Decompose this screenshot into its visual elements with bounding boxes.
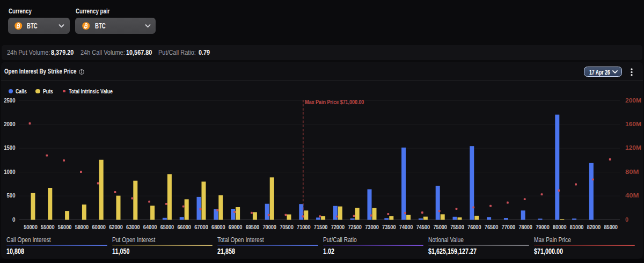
svg-text:120M: 120M (625, 145, 641, 151)
svg-text:80000: 80000 (553, 224, 567, 230)
svg-text:73000: 73000 (365, 224, 379, 230)
svg-text:70500: 70500 (280, 224, 294, 230)
svg-text:56000: 56000 (58, 224, 72, 230)
svg-text:40M: 40M (625, 193, 639, 199)
svg-text:75000: 75000 (433, 224, 447, 230)
svg-text:63000: 63000 (126, 224, 140, 230)
svg-text:75500: 75500 (450, 224, 464, 230)
svg-text:66000: 66000 (177, 224, 191, 230)
svg-text:82000: 82000 (587, 224, 601, 230)
svg-text:1500: 1500 (4, 145, 16, 151)
svg-text:2000: 2000 (4, 121, 16, 127)
svg-text:74500: 74500 (416, 224, 430, 230)
svg-text:500: 500 (7, 193, 16, 199)
svg-text:50000: 50000 (24, 224, 38, 230)
svg-text:78000: 78000 (518, 224, 532, 230)
svg-text:2500: 2500 (4, 98, 16, 104)
svg-text:70000: 70000 (262, 224, 276, 230)
svg-text:67000: 67000 (194, 224, 208, 230)
svg-text:72500: 72500 (348, 224, 362, 230)
svg-text:65000: 65000 (160, 224, 174, 230)
svg-text:60000: 60000 (92, 224, 106, 230)
svg-text:200M: 200M (625, 98, 641, 104)
svg-text:Max Pain Price $71,000.00: Max Pain Price $71,000.00 (305, 99, 364, 105)
svg-text:55000: 55000 (41, 224, 55, 230)
svg-text:58000: 58000 (75, 224, 89, 230)
svg-text:72000: 72000 (331, 224, 345, 230)
svg-text:1000: 1000 (4, 169, 16, 175)
svg-text:74000: 74000 (399, 224, 413, 230)
svg-text:0: 0 (625, 217, 628, 223)
svg-text:71500: 71500 (314, 224, 328, 230)
svg-text:77000: 77000 (502, 224, 516, 230)
svg-text:69000: 69000 (229, 224, 243, 230)
svg-text:79000: 79000 (536, 224, 550, 230)
svg-text:73500: 73500 (382, 224, 396, 230)
svg-text:81000: 81000 (570, 224, 584, 230)
svg-text:62000: 62000 (109, 224, 123, 230)
svg-text:64000: 64000 (143, 224, 157, 230)
svg-text:0: 0 (12, 217, 16, 223)
svg-text:85000: 85000 (604, 224, 618, 230)
svg-text:71000: 71000 (297, 224, 311, 230)
svg-text:76500: 76500 (485, 224, 499, 230)
svg-text:160M: 160M (625, 121, 641, 127)
svg-text:68000: 68000 (211, 224, 225, 230)
svg-text:69500: 69500 (246, 224, 260, 230)
svg-text:80M: 80M (625, 169, 639, 175)
svg-text:76000: 76000 (467, 224, 481, 230)
